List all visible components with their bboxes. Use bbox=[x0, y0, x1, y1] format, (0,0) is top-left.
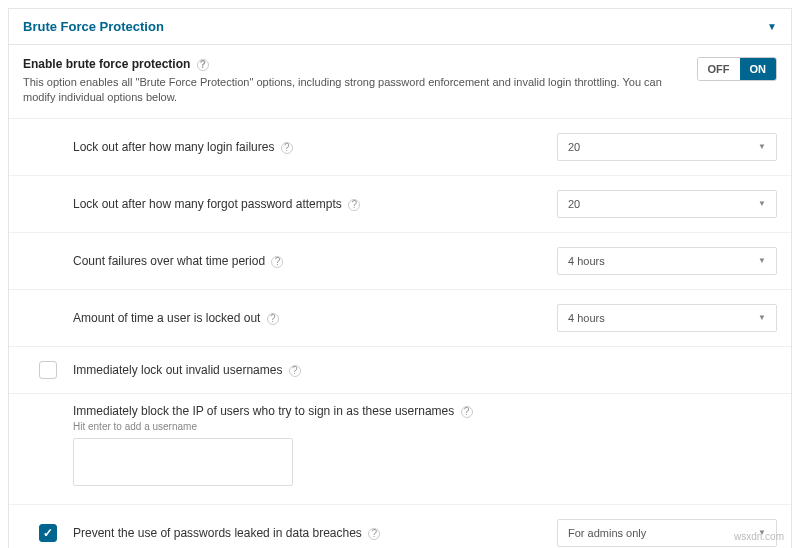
count-period-label: Count failures over what time period ? bbox=[73, 254, 557, 268]
count-period-control: 4 hours ▼ bbox=[557, 247, 777, 275]
label-text: Count failures over what time period bbox=[73, 254, 265, 268]
lockout-forgot-label: Lock out after how many forgot password … bbox=[73, 197, 557, 211]
lockout-forgot-row: Lock out after how many forgot password … bbox=[9, 176, 791, 233]
brute-force-panel: Brute Force Protection ▼ Enable brute fo… bbox=[8, 8, 792, 548]
lock-invalid-row: Immediately lock out invalid usernames ? bbox=[9, 347, 791, 394]
label-text: Amount of time a user is locked out bbox=[73, 311, 260, 325]
block-ip-hint: Hit enter to add a username bbox=[73, 421, 777, 432]
enable-desc-text: This option enables all "Brute Force Pro… bbox=[23, 75, 685, 106]
lockout-failures-row: Lock out after how many login failures ?… bbox=[9, 119, 791, 176]
panel-body: Enable brute force protection ? This opt… bbox=[9, 45, 791, 548]
enable-toggle[interactable]: OFF ON bbox=[697, 57, 778, 81]
toggle-on-button[interactable]: ON bbox=[740, 58, 777, 80]
caret-down-icon: ▼ bbox=[758, 142, 766, 151]
lockout-time-label: Amount of time a user is locked out ? bbox=[73, 311, 557, 325]
caret-down-icon: ▼ bbox=[758, 313, 766, 322]
label-text: Lock out after how many login failures bbox=[73, 140, 274, 154]
panel-title: Brute Force Protection bbox=[23, 19, 164, 34]
lockout-forgot-select[interactable]: 20 ▼ bbox=[557, 190, 777, 218]
label-text: Prevent the use of passwords leaked in d… bbox=[73, 526, 362, 540]
block-ip-row: Immediately block the IP of users who tr… bbox=[9, 394, 791, 505]
select-value: 20 bbox=[568, 198, 580, 210]
help-icon[interactable]: ? bbox=[281, 142, 293, 154]
enable-title-text: Enable brute force protection bbox=[23, 57, 190, 71]
watermark: wsxdn.com bbox=[734, 531, 784, 542]
label-text: Immediately block the IP of users who tr… bbox=[73, 404, 454, 418]
lockout-forgot-control: 20 ▼ bbox=[557, 190, 777, 218]
prevent-leaked-row: Prevent the use of passwords leaked in d… bbox=[9, 505, 791, 548]
prevent-leaked-checkbox[interactable] bbox=[39, 524, 57, 542]
panel-header[interactable]: Brute Force Protection ▼ bbox=[9, 9, 791, 45]
enable-description: Enable brute force protection ? This opt… bbox=[23, 57, 697, 106]
count-period-row: Count failures over what time period ? 4… bbox=[9, 233, 791, 290]
help-icon[interactable]: ? bbox=[289, 365, 301, 377]
caret-down-icon: ▼ bbox=[758, 199, 766, 208]
enable-row: Enable brute force protection ? This opt… bbox=[9, 45, 791, 119]
lock-invalid-checkbox[interactable] bbox=[39, 361, 57, 379]
enable-title: Enable brute force protection ? bbox=[23, 57, 685, 71]
block-ip-input[interactable] bbox=[73, 438, 293, 486]
select-value: For admins only bbox=[568, 527, 646, 539]
lock-invalid-label: Immediately lock out invalid usernames ? bbox=[73, 363, 557, 377]
label-text: Immediately lock out invalid usernames bbox=[73, 363, 282, 377]
help-icon[interactable]: ? bbox=[368, 528, 380, 540]
lockout-failures-label: Lock out after how many login failures ? bbox=[73, 140, 557, 154]
select-value: 4 hours bbox=[568, 255, 605, 267]
lockout-time-row: Amount of time a user is locked out ? 4 … bbox=[9, 290, 791, 347]
label-text: Lock out after how many forgot password … bbox=[73, 197, 342, 211]
select-value: 20 bbox=[568, 141, 580, 153]
toggle-off-button[interactable]: OFF bbox=[698, 58, 740, 80]
lockout-time-select[interactable]: 4 hours ▼ bbox=[557, 304, 777, 332]
help-icon[interactable]: ? bbox=[267, 313, 279, 325]
lockout-failures-select[interactable]: 20 ▼ bbox=[557, 133, 777, 161]
block-ip-label: Immediately block the IP of users who tr… bbox=[73, 404, 777, 418]
help-icon[interactable]: ? bbox=[197, 59, 209, 71]
select-value: 4 hours bbox=[568, 312, 605, 324]
prevent-leaked-label: Prevent the use of passwords leaked in d… bbox=[73, 526, 557, 540]
checkbox-col bbox=[23, 524, 73, 542]
lockout-failures-control: 20 ▼ bbox=[557, 133, 777, 161]
chevron-down-icon: ▼ bbox=[767, 21, 777, 32]
help-icon[interactable]: ? bbox=[461, 406, 473, 418]
count-period-select[interactable]: 4 hours ▼ bbox=[557, 247, 777, 275]
caret-down-icon: ▼ bbox=[758, 256, 766, 265]
help-icon[interactable]: ? bbox=[348, 199, 360, 211]
help-icon[interactable]: ? bbox=[271, 256, 283, 268]
lockout-time-control: 4 hours ▼ bbox=[557, 304, 777, 332]
checkbox-col bbox=[23, 361, 73, 379]
